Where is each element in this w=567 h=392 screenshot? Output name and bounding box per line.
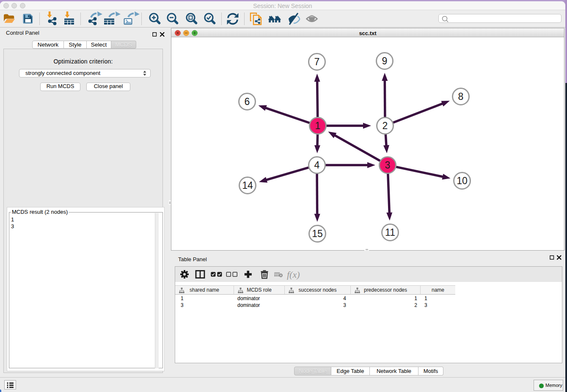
svg-text:f(x): f(x) (287, 269, 300, 280)
svg-text:15: 15 (312, 228, 323, 239)
svg-text:4: 4 (314, 160, 320, 171)
svg-text:3: 3 (385, 160, 391, 171)
svg-text:8: 8 (458, 91, 464, 102)
svg-text:10: 10 (457, 175, 468, 186)
svg-text:9: 9 (382, 55, 388, 66)
svg-text:14: 14 (242, 180, 253, 191)
svg-text:6: 6 (245, 96, 250, 107)
svg-text:7: 7 (314, 56, 320, 67)
svg-text:11: 11 (385, 227, 395, 238)
svg-text:2: 2 (383, 120, 388, 131)
svg-text:1: 1 (315, 120, 321, 131)
